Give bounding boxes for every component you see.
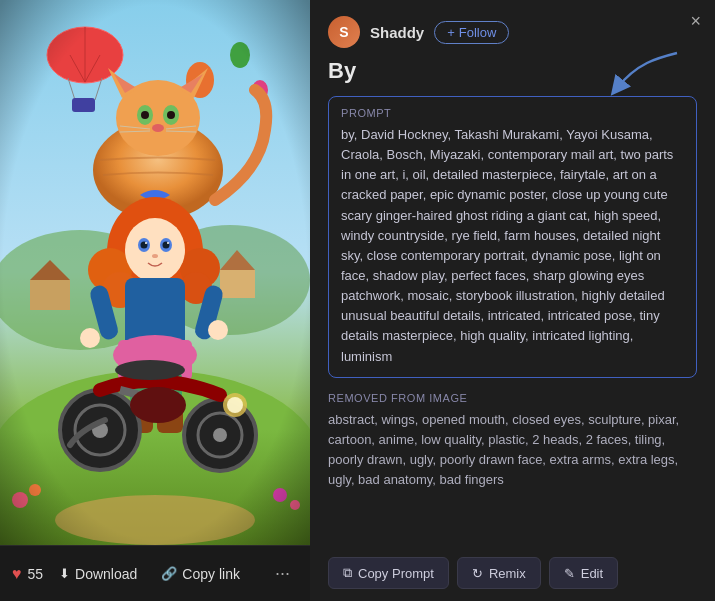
follow-label: Follow <box>459 25 497 40</box>
image-panel: ♥ 55 ⬇ Download 🔗 Copy link ··· <box>0 0 310 601</box>
download-button[interactable]: ⬇ Download <box>51 562 145 586</box>
svg-rect-74 <box>0 0 310 545</box>
download-icon: ⬇ <box>59 566 70 581</box>
like-count: 55 <box>28 566 44 582</box>
artwork-svg <box>0 0 310 545</box>
link-icon: 🔗 <box>161 566 177 581</box>
remix-label: Remix <box>489 566 526 581</box>
avatar-initial: S <box>339 24 348 40</box>
follow-button[interactable]: + Follow <box>434 21 509 44</box>
remix-button[interactable]: ↻ Remix <box>457 557 541 589</box>
prompt-label: Prompt <box>341 107 684 119</box>
remix-icon: ↻ <box>472 566 483 581</box>
copy-link-button[interactable]: 🔗 Copy link <box>153 562 248 586</box>
more-options-button[interactable]: ··· <box>267 559 298 588</box>
avatar: S <box>328 16 360 48</box>
close-icon: × <box>690 11 701 31</box>
removed-text: abstract, wings, opened mouth, closed ey… <box>328 410 697 491</box>
removed-label: Removed From Image <box>328 392 697 404</box>
copy-prompt-icon: ⧉ <box>343 565 352 581</box>
artwork-image <box>0 0 310 545</box>
heart-icon: ♥ <box>12 565 22 583</box>
close-button[interactable]: × <box>690 12 701 30</box>
copy-prompt-label: Copy Prompt <box>358 566 434 581</box>
edit-icon: ✎ <box>564 566 575 581</box>
follow-plus-icon: + <box>447 25 455 40</box>
user-row: S Shaddy + Follow <box>328 16 697 48</box>
like-button[interactable]: ♥ 55 <box>12 565 43 583</box>
edit-label: Edit <box>581 566 603 581</box>
title-area: By <box>328 58 697 96</box>
prompt-box: Prompt by, David Hockney, Takashi Muraka… <box>328 96 697 378</box>
copy-prompt-button[interactable]: ⧉ Copy Prompt <box>328 557 449 589</box>
modal-container: × <box>0 0 715 601</box>
removed-section: Removed From Image abstract, wings, open… <box>328 392 697 491</box>
action-row: ⧉ Copy Prompt ↻ Remix ✎ Edit <box>328 549 697 589</box>
download-label: Download <box>75 566 137 582</box>
arrow-svg <box>607 48 687 98</box>
image-bottom-bar: ♥ 55 ⬇ Download 🔗 Copy link ··· <box>0 545 310 601</box>
prompt-text: by, David Hockney, Takashi Murakami, Yay… <box>341 125 684 367</box>
username: Shaddy <box>370 24 424 41</box>
more-icon: ··· <box>275 563 290 583</box>
edit-button[interactable]: ✎ Edit <box>549 557 618 589</box>
copy-link-label: Copy link <box>182 566 240 582</box>
right-panel: S Shaddy + Follow By Prompt <box>310 0 715 601</box>
